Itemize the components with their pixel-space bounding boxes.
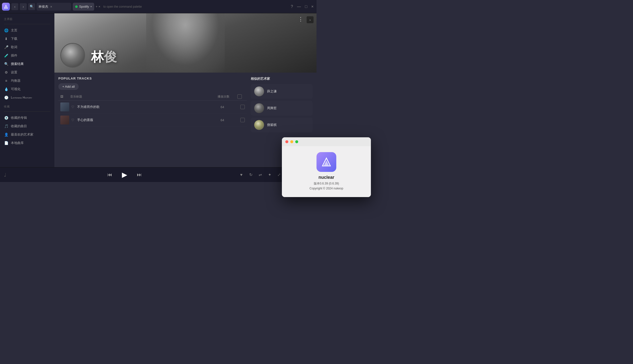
player-controls: ⏮ ▶ ⏭ [14, 170, 235, 180]
track-plays-2: 64 [221, 118, 240, 122]
similar-artist-name-2: 周興哲 [267, 106, 277, 110]
previous-button[interactable]: ⏮ [106, 171, 114, 179]
shuffle-button[interactable]: ⇌ [257, 172, 264, 178]
spotify-indicator [75, 6, 78, 8]
sidebar-item-local[interactable]: 📄 本地曲库 [0, 139, 54, 147]
traffic-light-close[interactable] [285, 140, 288, 143]
current-tab[interactable]: 林俊杰 × [37, 3, 71, 10]
new-tab-area: + × to open the command palette [96, 5, 142, 8]
add-all-button[interactable]: + Add all [58, 83, 79, 90]
track-thumbnail-col [60, 102, 70, 111]
sidebar-item-visualizer[interactable]: 💧 可视化 [0, 85, 54, 93]
new-tab-icons[interactable]: + [96, 5, 98, 8]
track-heart-button-1[interactable]: ♡ [70, 104, 75, 110]
about-version: 版本0.6.39 (0.6.39) [314, 182, 316, 182]
expand-button[interactable]: ⤢ [276, 172, 282, 178]
new-tab-close[interactable]: × [98, 5, 100, 8]
sidebar: 主界面 🌐 主页 ⬇ 下载 🎤 歌词 🧪 插件 🔍 搜索结果 ⚙ 设置 ≡ 均衡… [0, 13, 54, 167]
track-checkbox-1[interactable] [240, 105, 245, 109]
similar-artist-card-1[interactable]: 薛之谦 [251, 84, 313, 99]
favorite-button[interactable]: ♥ [238, 172, 245, 178]
sidebar-collection-label: 收藏 [0, 102, 54, 110]
sidebar-item-search[interactable]: 🔍 搜索结果 [0, 60, 54, 68]
sidebar-tracks-label: 收藏的曲目 [11, 124, 27, 128]
forward-button[interactable]: › [20, 3, 27, 10]
repeat-button[interactable]: ↻ [247, 172, 254, 178]
similar-artist-name-1: 薛之谦 [267, 89, 277, 94]
sidebar-item-tracks[interactable]: 🎵 收藏的曲目 [0, 122, 54, 130]
traffic-light-maximize[interactable] [295, 140, 298, 143]
similar-artists-label: 相似的艺术家 [251, 76, 313, 81]
similar-artist-name-3: 鄧紫棋 [267, 123, 277, 127]
table-row[interactable]: ♡ 不为谁而作的歌 64 [58, 100, 247, 114]
local-icon: 📄 [4, 141, 9, 145]
about-dialog[interactable]: nuclear 版本0.6.39 (0.6.39) Copyright © 20… [282, 137, 316, 182]
close-button[interactable]: × [310, 4, 315, 10]
artist-hero: 林俊 › ⋮ [54, 13, 316, 72]
sidebar-plugins-label: 插件 [11, 53, 17, 58]
track-thumbnail-col [60, 116, 70, 124]
popular-tracks-label: POPULAR TRACKS [58, 76, 247, 80]
collapse-button[interactable]: › [307, 16, 314, 23]
traffic-light-minimize[interactable] [290, 140, 293, 143]
home-icon: 🌐 [4, 28, 9, 32]
similar-artist-avatar-1 [254, 86, 264, 96]
track-thumbnail-2 [60, 116, 69, 124]
sidebar-item-albums[interactable]: 💿 收藏的专辑 [0, 114, 54, 122]
track-plays-1: 64 [221, 105, 240, 109]
spotify-label: Spotify [79, 5, 89, 8]
sidebar-lyrics-label: 歌词 [11, 45, 17, 50]
now-playing-icon: ♩ [4, 172, 11, 178]
sidebar-item-artists[interactable]: 👤 最喜欢的艺术家 [0, 130, 54, 139]
minimize-button[interactable]: — [296, 4, 302, 10]
col-check [237, 94, 245, 99]
image-icon: 🖼 [60, 95, 63, 98]
table-row[interactable]: ♡ 手心的蔷薇 64 [58, 114, 247, 127]
app-logo [2, 3, 10, 10]
similar-artist-avatar-2 [254, 103, 264, 113]
hero-face-highlight [146, 13, 225, 72]
play-button[interactable]: ▶ [120, 170, 130, 180]
settings-icon: ⚙ [4, 70, 9, 74]
maximize-button[interactable]: □ [304, 4, 308, 10]
back-button[interactable]: ‹ [11, 3, 18, 10]
sidebar-equalizer-label: 均衡器 [11, 78, 21, 83]
tracks-table-header: 🖼 音乐标题 播放次数 [58, 93, 247, 100]
window-controls: ? — □ × [290, 4, 315, 10]
tracks-icon: 🎵 [4, 124, 9, 128]
help-button[interactable]: ? [290, 4, 294, 10]
search-button[interactable]: 🔍 [28, 3, 35, 10]
track-heart-button-2[interactable]: ♡ [70, 118, 75, 122]
sidebar-item-settings[interactable]: ⚙ 设置 [0, 68, 54, 76]
sidebar-search-label: 搜索结果 [11, 62, 24, 66]
content-area: 林俊 › ⋮ POPULAR TRACKS + Add all 🖼 音乐标题 播… [54, 13, 316, 167]
next-button[interactable]: ⏭ [135, 171, 143, 179]
spotify-tab[interactable]: Spotify ▾ [73, 3, 94, 10]
sidebar-item-history[interactable]: 🕐 Listening History [0, 93, 54, 102]
history-icon: 🕐 [4, 95, 9, 100]
sidebar-divider-2 [4, 111, 51, 112]
tab-close-button[interactable]: × [50, 5, 53, 9]
more-options-button[interactable]: ⋮ [297, 16, 304, 23]
sidebar-item-plugins[interactable]: 🧪 插件 [0, 51, 54, 60]
sidebar-item-equalizer[interactable]: ≡ 均衡器 [0, 76, 54, 85]
sidebar-visualizer-label: 可视化 [11, 87, 21, 91]
sidebar-item-download[interactable]: ⬇ 下载 [0, 34, 54, 43]
track-thumbnail-1 [60, 102, 69, 111]
track-title-2: 手心的蔷薇 [77, 118, 221, 122]
sidebar-divider-1 [4, 24, 51, 24]
col-plays: 播放次数 [218, 94, 237, 99]
effects-button[interactable]: ✦ [266, 172, 273, 178]
similar-artist-card-2[interactable]: 周興哲 [251, 101, 313, 116]
sidebar-albums-label: 收藏的专辑 [11, 116, 27, 120]
sidebar-item-home[interactable]: 🌐 主页 [0, 26, 54, 34]
header-checkbox[interactable] [237, 94, 242, 99]
tab-title: 林俊杰 [39, 4, 48, 9]
player-bar: ♩ ⏮ ▶ ⏭ ♥ ↻ ⇌ ✦ ⤢ 🔊 [0, 167, 316, 182]
sidebar-item-lyrics[interactable]: 🎤 歌词 [0, 43, 54, 51]
search-results-icon: 🔍 [4, 62, 9, 66]
albums-icon: 💿 [4, 116, 9, 120]
track-checkbox-2[interactable] [240, 118, 245, 122]
lyrics-icon: 🎤 [4, 45, 9, 50]
similar-artist-card-3[interactable]: 鄧紫棋 [251, 118, 313, 132]
